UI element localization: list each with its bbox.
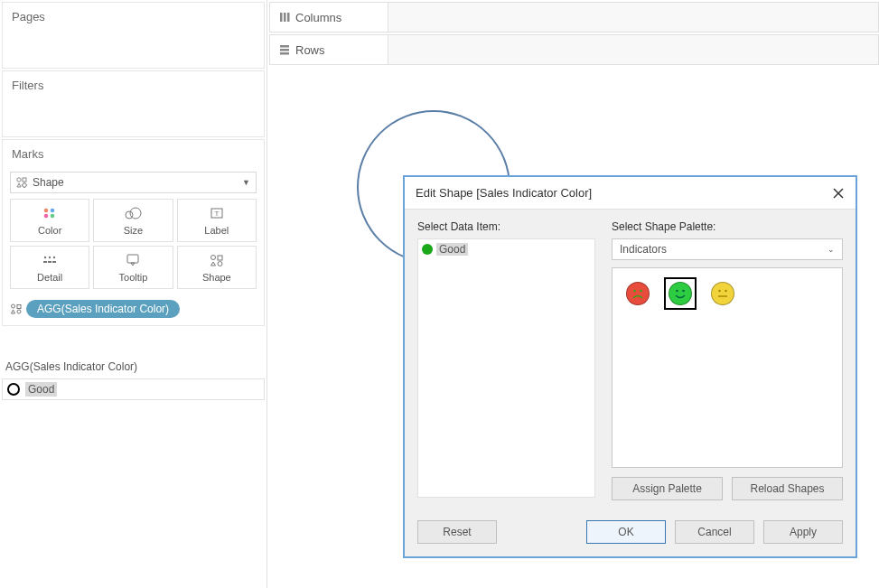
rows-label: Rows <box>295 43 325 57</box>
pages-panel: Pages <box>2 2 265 69</box>
svg-point-7 <box>51 214 55 219</box>
rows-content[interactable] <box>388 35 878 64</box>
mark-type-select[interactable]: Shape ▼ <box>10 172 257 193</box>
svg-rect-1 <box>23 178 26 182</box>
data-item-row[interactable]: Good <box>422 243 591 256</box>
shape-button[interactable]: Shape <box>177 246 257 289</box>
svg-marker-2 <box>17 183 21 187</box>
color-button[interactable]: Color <box>10 199 89 242</box>
svg-rect-16 <box>48 261 51 263</box>
columns-icon <box>279 12 290 23</box>
color-icon <box>42 205 57 221</box>
shape-glyph-icon <box>16 177 27 188</box>
svg-point-38 <box>676 290 678 293</box>
detail-icon <box>42 252 57 268</box>
tooltip-button[interactable]: Tooltip <box>93 246 173 289</box>
shape-option-red-sad[interactable] <box>622 277 654 310</box>
select-data-item-label: Select Data Item: <box>417 220 595 233</box>
shape-label: Shape <box>202 272 231 283</box>
svg-point-23 <box>218 262 222 266</box>
rows-shelf[interactable]: Rows <box>269 34 879 65</box>
legend-circle-icon <box>7 383 20 396</box>
svg-rect-15 <box>43 261 47 263</box>
svg-point-14 <box>53 257 55 258</box>
svg-point-9 <box>130 208 141 219</box>
svg-point-39 <box>682 290 685 293</box>
svg-rect-18 <box>127 255 138 263</box>
green-happy-face-icon <box>669 282 692 305</box>
svg-point-27 <box>17 310 21 313</box>
svg-marker-26 <box>12 310 15 313</box>
palette-dropdown[interactable]: Indicators ⌄ <box>612 238 843 260</box>
legend-title: AGG(Sales Indicator Color) <box>2 355 265 378</box>
shape-pill[interactable]: AGG(Sales Indicator Color) <box>26 300 180 318</box>
assign-palette-button[interactable]: Assign Palette <box>612 477 723 500</box>
svg-point-4 <box>44 209 49 213</box>
columns-content[interactable] <box>388 3 878 32</box>
size-label: Size <box>124 225 143 236</box>
svg-text:T: T <box>214 210 219 218</box>
data-item-shape-icon <box>422 244 433 255</box>
svg-point-0 <box>17 178 21 182</box>
red-sad-face-icon <box>626 282 650 305</box>
svg-point-13 <box>49 257 51 258</box>
svg-rect-21 <box>218 256 222 260</box>
svg-rect-32 <box>280 49 289 51</box>
shape-option-green-happy[interactable] <box>664 277 697 310</box>
pill-shape-icon <box>10 303 26 314</box>
palette-name: Indicators <box>620 243 667 256</box>
palette-shape-grid <box>612 267 843 468</box>
svg-point-12 <box>44 257 46 258</box>
svg-rect-28 <box>280 13 283 22</box>
close-icon[interactable] <box>832 187 845 200</box>
reset-button[interactable]: Reset <box>417 520 497 544</box>
detail-button[interactable]: Detail <box>10 246 89 289</box>
svg-marker-19 <box>131 263 135 266</box>
cancel-button[interactable]: Cancel <box>675 520 754 544</box>
size-icon <box>124 205 142 221</box>
tooltip-icon <box>126 252 140 268</box>
pages-title: Pages <box>3 3 264 31</box>
data-item-list[interactable]: Good <box>417 238 595 498</box>
label-button[interactable]: T Label <box>177 199 257 242</box>
legend-item[interactable]: Good <box>2 378 265 400</box>
color-label: Color <box>38 225 61 236</box>
data-item-label: Good <box>436 243 468 256</box>
tooltip-label: Tooltip <box>119 272 148 283</box>
svg-rect-30 <box>287 13 290 22</box>
columns-label: Columns <box>295 11 341 24</box>
reload-shapes-button[interactable]: Reload Shapes <box>732 477 843 500</box>
svg-rect-17 <box>52 261 56 263</box>
svg-rect-3 <box>22 182 27 188</box>
legend-item-label: Good <box>25 382 57 397</box>
size-button[interactable]: Size <box>93 199 173 242</box>
shape-option-yellow-neutral[interactable] <box>706 277 739 310</box>
svg-point-36 <box>633 290 636 293</box>
ok-button[interactable]: OK <box>586 520 666 544</box>
marks-panel: Marks Shape ▼ Color <box>2 139 265 326</box>
chevron-down-icon: ⌄ <box>828 245 835 254</box>
svg-point-5 <box>51 209 55 213</box>
svg-rect-31 <box>280 45 289 48</box>
columns-shelf[interactable]: Columns <box>269 2 879 33</box>
svg-rect-29 <box>284 13 286 22</box>
svg-point-41 <box>725 290 727 293</box>
apply-button[interactable]: Apply <box>763 520 843 544</box>
svg-point-40 <box>718 290 721 293</box>
svg-point-6 <box>44 214 49 219</box>
mark-type-label: Shape <box>33 176 64 189</box>
label-label: Label <box>204 225 229 236</box>
legend-section: AGG(Sales Indicator Color) Good <box>2 355 265 400</box>
rows-icon <box>279 44 290 55</box>
dialog-title: Edit Shape [Sales Indicator Color] <box>416 186 592 200</box>
detail-label: Detail <box>37 272 62 283</box>
select-palette-label: Select Shape Palette: <box>612 220 843 233</box>
svg-point-24 <box>12 304 15 308</box>
edit-shape-dialog: Edit Shape [Sales Indicator Color] Selec… <box>403 175 857 558</box>
label-icon: T <box>210 205 224 221</box>
svg-point-37 <box>640 290 642 293</box>
filters-panel: Filters <box>2 70 265 137</box>
svg-rect-25 <box>17 305 21 309</box>
marks-title: Marks <box>3 140 264 168</box>
shape-icon <box>210 252 224 268</box>
